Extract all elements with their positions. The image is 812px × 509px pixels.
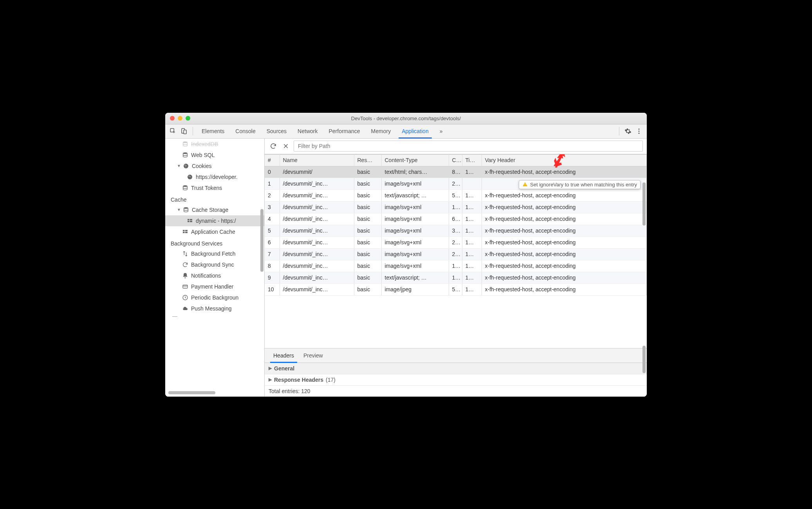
table-row[interactable]: 6/devsummit/_inc…basicimage/svg+xml2…1…x…: [265, 236, 647, 248]
sidebar-vertical-scrollbar[interactable]: [260, 209, 263, 272]
sidebar-horizontal-scrollbar[interactable]: [168, 391, 261, 395]
table-row[interactable]: 3/devsummit/_inc…basicimage/svg+xml1…1…x…: [265, 201, 647, 213]
detail-vertical-scrollbar[interactable]: [642, 346, 646, 373]
panel-tabbar: Elements Console Sources Network Perform…: [165, 125, 647, 139]
cell-ct: text/javascript; …: [381, 272, 449, 283]
svg-rect-24: [185, 232, 188, 233]
sidebar-item-label: Notifications: [191, 273, 221, 279]
sidebar-item-cookies[interactable]: ▼ Cookies: [165, 161, 264, 171]
cell-t: 1…: [462, 248, 482, 260]
filter-by-path-input[interactable]: [294, 141, 643, 152]
refresh-icon[interactable]: [269, 141, 278, 151]
tab-overflow[interactable]: »: [434, 125, 448, 138]
table-row[interactable]: 5/devsummit/_inc…basicimage/svg+xml3…1…x…: [265, 225, 647, 236]
entry-detail-tabs: Headers Preview: [265, 348, 647, 363]
cell-ct: image/svg+xml: [381, 213, 449, 225]
cell-resp: basic: [354, 213, 381, 225]
settings-gear-icon[interactable]: [624, 127, 632, 135]
cell-c: 5…: [449, 190, 462, 201]
sidebar-item-label: Trust Tokens: [191, 185, 222, 191]
sidebar-item-bg-sync[interactable]: Background Sync: [165, 259, 264, 270]
sidebar-item-notifications[interactable]: Notifications: [165, 270, 264, 281]
svg-rect-20: [190, 221, 192, 222]
section-response-headers[interactable]: ▶Response Headers (17): [265, 374, 647, 385]
tab-label: Memory: [371, 128, 391, 134]
sidebar-item-label: Cache Storage: [192, 207, 228, 213]
svg-rect-19: [188, 221, 189, 222]
sidebar-item-periodic-bg-sync[interactable]: Periodic Backgroun: [165, 292, 264, 303]
section-general[interactable]: ▶General: [265, 363, 647, 374]
svg-rect-18: [190, 219, 192, 220]
bell-icon: [182, 272, 189, 279]
tab-console[interactable]: Console: [230, 125, 261, 138]
tab-elements[interactable]: Elements: [196, 125, 230, 138]
sidebar-item-indexeddb-cut[interactable]: IndexedDB: [165, 139, 264, 150]
table-row[interactable]: 8/devsummit/_inc…basicimage/svg+xml1…1…x…: [265, 260, 647, 272]
sidebar-item-web-sql[interactable]: Web SQL: [165, 150, 264, 161]
table-icon: [182, 228, 189, 235]
table-row[interactable]: 0/devsummit/basictext/html; chars…8…1…x-…: [265, 166, 647, 178]
clear-icon[interactable]: [281, 141, 291, 151]
cell-name: /devsummit/_inc…: [280, 190, 354, 201]
cell-c: 3…: [449, 225, 462, 236]
zoom-window-button[interactable]: [186, 116, 190, 121]
sidebar-item-cache-dynamic[interactable]: dynamic - https:/: [165, 215, 264, 226]
table-row[interactable]: 10/devsummit/_inc…basicimage/jpeg5…1…x-f…: [265, 283, 647, 295]
cell-ct: image/svg+xml: [381, 248, 449, 260]
table-vertical-scrollbar[interactable]: [642, 182, 646, 226]
sidebar-item-payment-handler[interactable]: Payment Handler: [165, 281, 264, 292]
table-row[interactable]: 9/devsummit/_inc…basictext/javascript; ……: [265, 272, 647, 283]
col-response-type[interactable]: Res…: [354, 154, 381, 166]
sidebar-item-application-cache[interactable]: Application Cache: [165, 226, 264, 237]
sidebar-item-label: Background Sync: [191, 262, 234, 268]
sidebar-item-label: Web SQL: [191, 152, 215, 158]
sidebar-heading-cache: Cache: [165, 193, 264, 204]
cell-vary: x-fh-requested-host, accept-encoding: [482, 190, 647, 201]
tab-performance[interactable]: Performance: [323, 125, 365, 138]
svg-point-15: [183, 185, 188, 187]
cell-resp: basic: [354, 283, 381, 295]
cell-c: 1…: [449, 201, 462, 213]
tab-network[interactable]: Network: [292, 125, 323, 138]
cell-vary: x-fh-requested-host, accept-encoding: [482, 201, 647, 213]
cell-t: 1…: [462, 283, 482, 295]
detail-tab-preview[interactable]: Preview: [299, 348, 328, 363]
col-name[interactable]: Name: [280, 154, 354, 166]
sidebar-item-push-messaging[interactable]: Push Messaging: [165, 303, 264, 314]
detail-tab-headers[interactable]: Headers: [269, 348, 299, 363]
cell-vary: x-fh-requested-host, accept-encoding: [482, 236, 647, 248]
cookie-icon: [186, 173, 193, 180]
tab-sources[interactable]: Sources: [261, 125, 292, 138]
tab-application[interactable]: Application: [396, 125, 434, 138]
cell-name: /devsummit/_inc…: [280, 225, 354, 236]
inspect-element-icon[interactable]: [169, 127, 177, 135]
device-toolbar-icon[interactable]: [180, 127, 188, 135]
headers-sections: ▶General ▶Response Headers (17) Total en…: [265, 363, 647, 397]
sidebar-item-bg-fetch[interactable]: Background Fetch: [165, 248, 264, 259]
col-time-cached[interactable]: Ti…: [462, 154, 482, 166]
sidebar-item-cache-storage[interactable]: ▼ Cache Storage: [165, 204, 264, 215]
sidebar-item-label: IndexedDB: [191, 141, 218, 147]
cell-t: 1…: [462, 166, 482, 178]
table-row[interactable]: 4/devsummit/_inc…basicimage/svg+xml6…1…x…: [265, 213, 647, 225]
col-content-length[interactable]: C..: [449, 154, 462, 166]
col-content-type[interactable]: Content-Type: [381, 154, 449, 166]
minimize-window-button[interactable]: [178, 116, 182, 121]
col-index[interactable]: #: [265, 154, 280, 166]
cell-c: 2…: [449, 178, 462, 190]
tab-memory[interactable]: Memory: [366, 125, 397, 138]
cell-idx: 9: [265, 272, 280, 283]
close-window-button[interactable]: [170, 116, 175, 121]
disclosure-triangle-icon: ▶: [269, 366, 272, 371]
table-row[interactable]: 7/devsummit/_inc…basicimage/svg+xml2…1…x…: [265, 248, 647, 260]
sidebar-item-label: Application Cache: [191, 229, 235, 235]
table-row[interactable]: 2/devsummit/_inc…basictext/javascript; ……: [265, 190, 647, 201]
cell-resp: basic: [354, 236, 381, 248]
sidebar-item-trust-tokens[interactable]: Trust Tokens: [165, 182, 264, 193]
devtools-window: DevTools - developer.chrome.com/tags/dev…: [165, 113, 647, 397]
cache-storage-panel: # Name Res… Content-Type C.. Ti… Vary He…: [265, 139, 647, 397]
cell-name: /devsummit/_inc…: [280, 260, 354, 272]
sidebar-item-cookies-origin[interactable]: https://developer.: [165, 171, 264, 182]
sync-icon: [182, 261, 189, 268]
more-menu-icon[interactable]: [635, 127, 643, 135]
